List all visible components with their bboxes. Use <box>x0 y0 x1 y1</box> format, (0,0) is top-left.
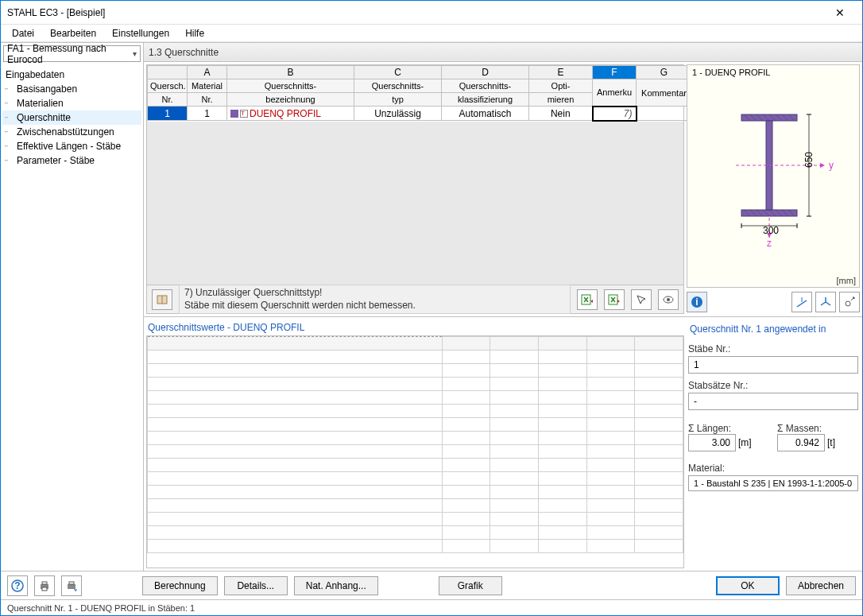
menu-file[interactable]: Datei <box>6 26 41 41</box>
eye-button[interactable] <box>658 289 679 310</box>
grid[interactable]: A B C D E F G Quersch. Material Querschn… <box>147 65 683 122</box>
calc-button[interactable]: Berechnung <box>142 576 218 595</box>
section-values-header: Querschnittswerte - DUENQ PROFIL <box>146 320 684 335</box>
usage-panel: Querschnitt Nr. 1 angewendet in Stäbe Nr… <box>687 320 860 568</box>
preview-title: 1 - DUENQ PROFIL <box>687 65 859 79</box>
main-area: FA1 - Bemessung nach Eurocod ▾ Eingabeda… <box>1 42 862 571</box>
menu-edit[interactable]: Bearbeiten <box>44 26 103 41</box>
col-B[interactable]: B <box>227 66 354 79</box>
length-value: 3.00 <box>688 434 736 451</box>
members-label: Stäbe Nr.: <box>688 343 858 354</box>
members-value[interactable]: 1 <box>688 356 858 374</box>
svg-rect-47 <box>68 584 75 589</box>
usage-header: Querschnitt Nr. 1 angewendet in <box>688 321 858 337</box>
menu-settings[interactable]: Einstellungen <box>106 26 176 41</box>
svg-text:?: ? <box>14 580 20 591</box>
preview-toolbar: i <box>687 290 860 314</box>
preview-canvas[interactable]: y z 650 300 <box>687 79 859 276</box>
export-button[interactable] <box>61 575 82 596</box>
print-button[interactable] <box>34 575 55 596</box>
section-values-table[interactable] <box>146 335 684 568</box>
row-klass[interactable]: Automatisch <box>442 107 529 121</box>
menu-bar: Datei Bearbeiten Einstellungen Hilfe <box>1 25 862 42</box>
message-text: 7) Unzulässiger Querschnittstyp! Stäbe m… <box>179 285 571 314</box>
col-F[interactable]: F <box>593 66 637 79</box>
tree-parameter[interactable]: Parameter - Stäbe <box>2 153 141 168</box>
svg-rect-45 <box>42 582 47 584</box>
grid-empty <box>147 122 683 285</box>
row-typ[interactable]: Unzulässig <box>354 107 442 121</box>
row-nr[interactable]: 1 <box>148 107 188 121</box>
row-opt[interactable]: Nein <box>529 107 593 121</box>
chevron-down-icon: ▾ <box>133 49 137 58</box>
material-value[interactable]: 1 - Baustahl S 235 | EN 1993-1-1:2005-0 <box>688 475 858 491</box>
col-A[interactable]: A <box>188 66 227 79</box>
axis-xyz-button[interactable] <box>815 292 836 312</box>
title-bar: STAHL EC3 - [Beispiel] ✕ <box>1 1 862 25</box>
upper-row: A B C D E F G Quersch. Material Querschn… <box>144 62 862 316</box>
table-row[interactable]: 1 1 TDUENQ PROFIL Unzulässig Automatisch… <box>148 107 692 121</box>
sets-label: Stabsätze Nr.: <box>688 380 858 391</box>
preview-unit: [mm] <box>687 276 859 287</box>
nav-tree: Eingabedaten Basisangaben Materialien Qu… <box>1 64 143 571</box>
section-values-panel: Querschnittswerte - DUENQ PROFIL <box>146 320 684 568</box>
svg-point-41 <box>846 301 850 306</box>
svg-text:y: y <box>829 160 834 171</box>
lower-row: Querschnittswerte - DUENQ PROFIL <box>144 316 862 571</box>
mass-label: Σ Massen: <box>777 423 858 434</box>
case-combo[interactable]: FA1 - Bemessung nach Eurocod ▾ <box>3 45 141 62</box>
window-title: STAHL EC3 - [Beispiel] <box>7 7 824 18</box>
i-beam-icon: y z 650 300 <box>706 91 841 250</box>
library-button[interactable] <box>152 289 172 310</box>
tree-efflaengen[interactable]: Effektive Längen - Stäbe <box>2 139 141 153</box>
svg-rect-46 <box>42 587 47 591</box>
grafik-button[interactable]: Grafik <box>439 576 502 595</box>
menu-help[interactable]: Hilfe <box>179 26 211 41</box>
preview-panel: 1 - DUENQ PROFIL <box>687 64 860 314</box>
tree-querschnitte[interactable]: Querschnitte <box>2 110 141 125</box>
tree-materialien[interactable]: Materialien <box>2 96 141 110</box>
svg-text:300: 300 <box>763 225 779 236</box>
col-D[interactable]: D <box>442 66 529 79</box>
section-header: 1.3 Querschnitte <box>144 43 862 62</box>
cross-section-table: A B C D E F G Quersch. Material Querschn… <box>146 64 684 314</box>
tree-basisangaben[interactable]: Basisangaben <box>2 82 141 96</box>
center-panel: 1.3 Querschnitte A B <box>144 43 862 571</box>
col-E[interactable]: E <box>529 66 593 79</box>
col-C[interactable]: C <box>354 66 442 79</box>
ok-button[interactable]: OK <box>716 576 780 595</box>
col-G[interactable]: G <box>637 66 692 79</box>
section-preview: 1 - DUENQ PROFIL <box>687 64 860 288</box>
axis-y-button[interactable] <box>791 292 812 312</box>
nat-annex-button[interactable]: Nat. Anhang... <box>294 576 378 595</box>
settings-button[interactable] <box>839 292 860 312</box>
section-color-icon <box>230 110 238 118</box>
svg-rect-6 <box>741 114 797 121</box>
button-bar: ? Berechnung Details... Nat. Anhang... G… <box>1 571 862 599</box>
excel-import-button[interactable] <box>604 289 625 310</box>
length-label: Σ Längen: <box>688 423 769 434</box>
pick-button[interactable] <box>631 289 652 310</box>
material-label: Material: <box>688 463 858 474</box>
tree-zwischen[interactable]: Zwischenabstützungen <box>2 125 141 139</box>
sets-value[interactable]: - <box>688 393 858 410</box>
close-button[interactable]: ✕ <box>824 6 856 19</box>
excel-export-button[interactable] <box>577 289 598 310</box>
svg-text:z: z <box>767 238 772 249</box>
details-button[interactable]: Details... <box>224 576 288 595</box>
message-bar: 7) Unzulässiger Querschnittstyp! Stäbe m… <box>147 285 683 313</box>
tree-root[interactable]: Eingabedaten <box>2 68 141 82</box>
svg-rect-7 <box>741 210 797 216</box>
cancel-button[interactable]: Abbrechen <box>786 576 856 595</box>
row-anm[interactable]: 7) <box>593 107 637 121</box>
combo-text: FA1 - Bemessung nach Eurocod <box>7 43 133 65</box>
svg-marker-26 <box>820 163 825 168</box>
info-button[interactable]: i <box>687 292 707 312</box>
help-button[interactable]: ? <box>7 575 28 596</box>
svg-rect-48 <box>69 582 74 584</box>
row-kom[interactable] <box>637 107 692 121</box>
section-type-icon: T <box>240 110 248 118</box>
row-bez[interactable]: TDUENQ PROFIL <box>227 107 354 121</box>
row-mat[interactable]: 1 <box>188 107 227 121</box>
svg-text:650: 650 <box>803 151 815 167</box>
